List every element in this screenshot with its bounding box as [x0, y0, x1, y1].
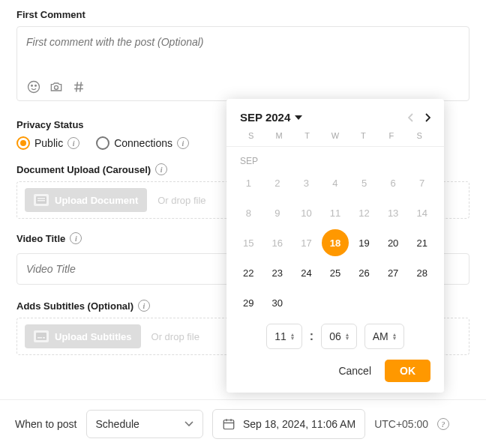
calendar-day[interactable]: 10	[292, 199, 320, 226]
calendar-dow: S	[237, 131, 265, 140]
calendar-day[interactable]: 23	[264, 259, 291, 286]
stepper-arrows-icon: ▴▾	[393, 333, 396, 340]
calendar-dow: W	[321, 131, 349, 140]
month-year-selector[interactable]: SEP 2024	[240, 111, 302, 124]
calendar-day[interactable]: 6	[380, 169, 406, 196]
stepper-arrows-icon: ▴▾	[346, 333, 349, 340]
calendar-month-short: SEP	[226, 147, 444, 169]
calendar-day[interactable]: 24	[292, 259, 320, 286]
calendar-day[interactable]: 7	[409, 169, 436, 196]
calendar-dow: S	[406, 131, 434, 140]
upload-document-button[interactable]: Upload Document	[25, 188, 147, 212]
calendar-day[interactable]: 15	[235, 229, 262, 256]
info-icon[interactable]: i	[138, 300, 150, 312]
info-icon[interactable]: i	[155, 163, 167, 175]
privacy-connections-label: Connections	[114, 137, 172, 149]
calendar-day[interactable]: 2	[264, 169, 291, 196]
svg-rect-12	[38, 337, 42, 339]
ok-button[interactable]: OK	[385, 360, 430, 382]
prev-month-button[interactable]	[408, 113, 414, 122]
schedule-select[interactable]: Schedule	[86, 410, 203, 438]
privacy-connections-radio[interactable]: Connections i	[96, 136, 189, 150]
drop-hint: Or drop file	[152, 331, 200, 342]
caret-down-icon	[295, 115, 302, 120]
svg-point-3	[55, 85, 58, 89]
svg-point-1	[32, 85, 33, 87]
calendar-day[interactable]: 27	[380, 259, 406, 286]
calendar-day[interactable]: 21	[409, 229, 436, 256]
calendar-day[interactable]: 14	[409, 199, 436, 226]
svg-point-2	[35, 85, 37, 87]
next-month-button[interactable]	[424, 113, 430, 122]
svg-rect-11	[36, 333, 46, 340]
chevron-down-icon	[184, 421, 194, 427]
document-icon	[34, 194, 49, 206]
drop-hint: Or drop file	[158, 195, 206, 206]
subtitles-icon	[34, 330, 49, 342]
hashtag-icon[interactable]	[71, 79, 86, 94]
svg-line-7	[80, 82, 82, 91]
calendar-day[interactable]: 5	[351, 169, 378, 196]
info-icon[interactable]: i	[177, 137, 189, 149]
minute-stepper[interactable]: 06 ▴▾	[321, 324, 357, 349]
svg-line-6	[76, 82, 78, 91]
calendar-dow: F	[377, 131, 405, 140]
svg-rect-13	[43, 337, 45, 339]
calendar-day[interactable]: 8	[235, 199, 262, 226]
emoji-icon[interactable]	[26, 79, 41, 94]
datepicker-popover: SEP 2024 SMTWTFS SEP 1234567891011121314…	[226, 99, 444, 393]
privacy-public-label: Public	[34, 137, 63, 149]
calendar-day[interactable]: 19	[351, 229, 378, 256]
privacy-public-radio[interactable]: Public i	[16, 136, 80, 150]
cancel-button[interactable]: Cancel	[338, 365, 371, 377]
first-comment-input[interactable]	[26, 36, 460, 78]
svg-rect-10	[38, 200, 45, 202]
calendar-day[interactable]: 13	[380, 199, 406, 226]
camera-icon[interactable]	[49, 79, 64, 94]
svg-rect-14	[224, 420, 234, 429]
calendar-day[interactable]: 22	[235, 259, 262, 286]
calendar-dow: T	[293, 131, 321, 140]
scheduled-date-button[interactable]: Sep 18, 2024, 11:06 AM	[212, 409, 365, 439]
calendar-day[interactable]: 20	[380, 229, 406, 256]
calendar-day[interactable]: 12	[351, 199, 378, 226]
calendar-dow: T	[350, 131, 377, 140]
calendar-day[interactable]: 4	[322, 169, 349, 196]
calendar-day[interactable]: 1	[235, 169, 262, 196]
time-colon: :	[310, 330, 314, 343]
meridiem-stepper[interactable]: AM ▴▾	[364, 324, 404, 349]
calendar-day[interactable]: 28	[409, 259, 436, 286]
calendar-day[interactable]: 17	[292, 229, 320, 256]
calendar-day[interactable]: 16	[264, 229, 291, 256]
calendar-day[interactable]: 9	[264, 199, 291, 226]
svg-point-0	[28, 82, 40, 93]
info-icon[interactable]: i	[70, 232, 82, 244]
calendar-day[interactable]: 25	[322, 259, 349, 286]
when-to-post-label: When to post	[15, 418, 77, 430]
calendar-day[interactable]: 29	[235, 289, 262, 316]
first-comment-label: First Comment	[16, 9, 470, 20]
upload-subtitles-button[interactable]: Upload Subtitles	[25, 324, 141, 348]
calendar-day[interactable]: 3	[292, 169, 320, 196]
calendar-day[interactable]: 26	[351, 259, 378, 286]
svg-rect-9	[38, 198, 45, 199]
info-icon[interactable]: i	[68, 137, 80, 149]
hour-stepper[interactable]: 11 ▴▾	[266, 324, 302, 349]
first-comment-field-wrap	[16, 26, 470, 101]
calendar-day[interactable]: 30	[264, 289, 291, 316]
calendar-day[interactable]: 18	[322, 229, 349, 256]
stepper-arrows-icon: ▴▾	[291, 333, 294, 340]
timezone-label: UTC+05:00	[374, 418, 428, 430]
help-icon[interactable]: ?	[437, 418, 449, 430]
calendar-icon	[222, 417, 236, 431]
calendar-dow: M	[265, 131, 292, 140]
bottom-bar: When to post Schedule Sep 18, 2024, 11:0…	[0, 399, 486, 448]
calendar-day[interactable]: 11	[322, 199, 349, 226]
calendar-dow-row: SMTWTFS	[226, 131, 444, 147]
